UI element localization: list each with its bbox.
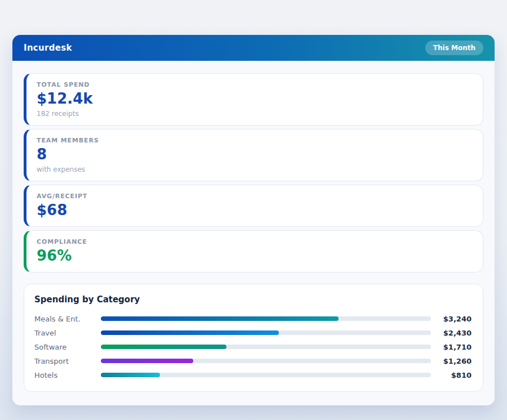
bar-fill <box>101 373 160 377</box>
category-label: Hotels <box>34 371 101 379</box>
spending-by-category-card: Spending by Category Meals & Ent.$3,240T… <box>24 284 483 392</box>
category-row: Travel$2,430 <box>34 326 472 340</box>
stat-label: TEAM MEMBERS <box>37 137 473 144</box>
app-body: TOTAL SPEND $12.4k 182 receipts TEAM MEM… <box>12 61 495 405</box>
category-row: Software$1,710 <box>34 340 472 354</box>
stat-label: COMPLIANCE <box>37 238 473 245</box>
bar-fill <box>101 316 339 321</box>
stat-value: $12.4k <box>37 91 473 108</box>
category-value: $1,710 <box>431 343 472 351</box>
bar-fill <box>101 345 226 349</box>
stat-value: 8 <box>37 146 473 163</box>
category-value: $1,260 <box>431 357 472 365</box>
period-badge[interactable]: This Month <box>425 41 483 55</box>
category-label: Transport <box>34 357 101 365</box>
category-row: Transport$1,260 <box>34 354 472 368</box>
category-label: Software <box>34 343 101 351</box>
expense-dashboard: Incurdesk This Month TOTAL SPEND $12.4k … <box>12 35 495 405</box>
category-row: Meals & Ent.$3,240 <box>34 312 472 326</box>
stat-card-team-members: TEAM MEMBERS 8 with expenses <box>24 129 483 181</box>
category-row: Hotels$810 <box>34 368 472 382</box>
stat-card-compliance: COMPLIANCE 96% <box>24 230 483 272</box>
stat-label: AVG/RECEIPT <box>37 193 473 200</box>
bar-track <box>101 316 431 321</box>
stat-value: $68 <box>37 202 473 219</box>
stat-value: 96% <box>37 248 473 265</box>
bar-track <box>101 330 431 335</box>
stat-label: TOTAL SPEND <box>37 81 473 88</box>
category-value: $2,430 <box>431 329 472 337</box>
stat-card-total-spend: TOTAL SPEND $12.4k 182 receipts <box>24 73 483 126</box>
category-value: $810 <box>431 371 472 379</box>
stat-card-avg-receipt: AVG/RECEIPT $68 <box>24 185 483 227</box>
bar-fill <box>101 359 193 363</box>
chart-title: Spending by Category <box>34 294 472 305</box>
bar-track <box>101 373 431 377</box>
stat-subtext: 182 receipts <box>37 110 473 118</box>
bar-track <box>101 345 431 349</box>
stat-subtext: with expenses <box>37 166 473 173</box>
app-header: Incurdesk This Month <box>12 35 495 61</box>
category-label: Meals & Ent. <box>34 315 101 323</box>
category-label: Travel <box>34 329 101 337</box>
app-title: Incurdesk <box>24 43 72 53</box>
bar-fill <box>101 330 279 335</box>
category-bar-list: Meals & Ent.$3,240Travel$2,430Software$1… <box>34 312 472 382</box>
bar-track <box>101 359 431 363</box>
category-value: $3,240 <box>431 315 472 323</box>
